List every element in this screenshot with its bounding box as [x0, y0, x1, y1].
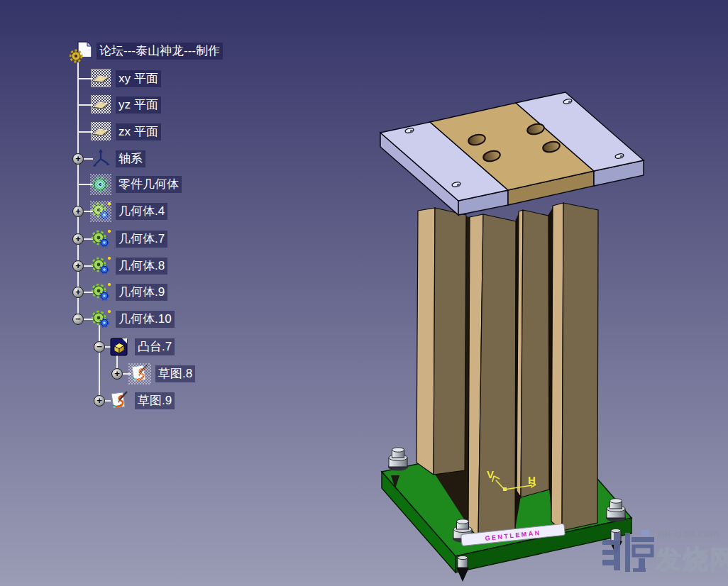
- tree-item-sketch-9[interactable]: 草图.9: [135, 392, 175, 409]
- tree-expander-body-4[interactable]: +: [72, 206, 84, 217]
- support-columns[interactable]: [417, 203, 598, 537]
- body-icon[interactable]: [90, 228, 111, 253]
- tree-item-body-10[interactable]: 几何体.10: [116, 311, 175, 328]
- partbody-icon[interactable]: [90, 174, 111, 198]
- plane-halftone-icon[interactable]: [90, 94, 111, 117]
- tree-expander-body-7[interactable]: +: [72, 233, 84, 245]
- tree-expander-sketch-9[interactable]: +: [94, 395, 105, 407]
- tree-item-body-7[interactable]: 几何体.7: [116, 231, 167, 248]
- foot[interactable]: [388, 448, 408, 471]
- body-icon[interactable]: [90, 255, 111, 280]
- plane-halftone-icon[interactable]: [90, 68, 111, 91]
- body-icon[interactable]: [90, 201, 111, 225]
- tree-connector-line: [77, 62, 79, 319]
- column-1[interactable]: [417, 208, 466, 475]
- tree-item-sketch-8[interactable]: 草图.8: [155, 365, 195, 382]
- body-icon[interactable]: [90, 282, 111, 306]
- tree-expander-sketch-8[interactable]: +: [111, 368, 123, 380]
- tree-item-partbody[interactable]: 零件几何体: [116, 176, 182, 193]
- tree-item-axis-system[interactable]: 轴系: [116, 150, 145, 167]
- top-plate-assembly[interactable]: [380, 92, 644, 215]
- spike[interactable]: [456, 555, 469, 582]
- sketch-icon[interactable]: [108, 390, 131, 414]
- tree-item-zx-plane[interactable]: zx 平面: [116, 123, 161, 140]
- axis-h-label: H: [528, 474, 536, 486]
- tree-item-pad-7[interactable]: 凸台.7: [135, 338, 175, 355]
- column-3[interactable]: [517, 210, 549, 497]
- sketch-icon[interactable]: [128, 363, 151, 387]
- tree-expander-body-8[interactable]: +: [72, 260, 84, 272]
- tree-item-body-4[interactable]: 几何体.4: [116, 203, 167, 220]
- axis-v-label: V: [487, 468, 494, 480]
- tree-item-yz-plane[interactable]: yz 平面: [116, 96, 161, 114]
- tree-expander-axis-system[interactable]: +: [72, 153, 84, 165]
- watermark-name: 发烧网: [655, 545, 728, 574]
- tree-item-body-8[interactable]: 几何体.8: [116, 258, 167, 275]
- column-4[interactable]: [551, 203, 598, 531]
- tree-item-body-9[interactable]: 几何体.9: [116, 284, 167, 301]
- tree-expander-body-9[interactable]: +: [72, 287, 84, 298]
- specification-tree: 论坛---泰山神龙---制作xy 平面yz 平面zx 平面+轴系零件几何体+几何…: [0, 0, 319, 586]
- part-document-icon[interactable]: [70, 40, 94, 66]
- pad-icon[interactable]: [108, 336, 129, 360]
- tree-expander-body-10[interactable]: −: [72, 314, 84, 325]
- plane-halftone-icon[interactable]: [90, 121, 111, 144]
- tree-item-xy-plane[interactable]: xy 平面: [116, 70, 161, 87]
- body-icon[interactable]: [90, 309, 111, 333]
- tree-item-root-part[interactable]: 论坛---泰山神龙---制作: [96, 43, 223, 60]
- watermark-site: HIFI168.com: [657, 528, 719, 539]
- axis-system-icon[interactable]: [90, 148, 111, 172]
- tree-expander-pad-7[interactable]: −: [94, 341, 105, 353]
- tree-connector-line: [99, 325, 100, 401]
